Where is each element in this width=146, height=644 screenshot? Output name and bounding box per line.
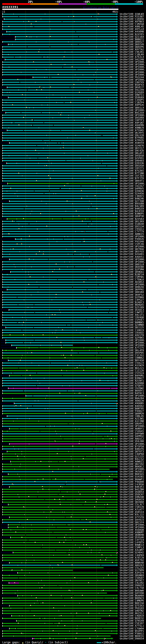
hit-bar[interactable] (2, 299, 116, 300)
hit-label[interactable]: UniRef100_Q2FBK6 (120, 296, 144, 298)
hit-row[interactable]: UniRef100_UPI000.. (0, 261, 146, 263)
hit-row[interactable]: UniRef100_C5YV24 (0, 372, 146, 374)
hit-bar[interactable] (2, 234, 116, 234)
hit-bar[interactable] (9, 375, 116, 376)
hit-bar[interactable] (2, 590, 116, 591)
hit-bar[interactable] (2, 16, 116, 17)
hit-label[interactable]: UniRef100_A4QV51 (120, 256, 144, 258)
hit-label[interactable]: UniRef100_O18640 (120, 223, 144, 225)
hit-bar[interactable] (2, 320, 116, 320)
hit-row[interactable]: UniRef100_Q2I164 (0, 36, 146, 38)
hit-bar[interactable] (2, 254, 116, 255)
hit-bar[interactable] (2, 509, 116, 510)
hit-bar[interactable] (2, 110, 116, 110)
hit-row[interactable]: UniRef100_B8AWF2 (0, 478, 146, 481)
hit-bar[interactable] (2, 140, 116, 141)
hit-bar[interactable] (2, 122, 116, 123)
hit-bar[interactable] (2, 441, 116, 442)
hit-bar[interactable] (2, 145, 116, 146)
hit-bar[interactable] (2, 557, 116, 558)
hit-bar[interactable] (2, 636, 111, 636)
hit-bar[interactable] (2, 570, 73, 571)
hit-bar[interactable] (7, 289, 116, 290)
hit-bar[interactable] (14, 403, 116, 404)
hit-bar[interactable] (2, 489, 116, 490)
hit-bar[interactable] (2, 390, 116, 391)
hit-bar[interactable] (2, 277, 116, 278)
hit-label[interactable]: UniRef100_UPI000.. (120, 74, 146, 76)
hit-row[interactable]: UniRef100_A9QQB5 (0, 402, 146, 404)
hit-bar[interactable] (2, 567, 104, 568)
hit-bar[interactable] (2, 355, 116, 356)
hit-bar[interactable] (2, 469, 110, 470)
hit-label[interactable]: UniRef100_C0Z2G7 (120, 185, 144, 187)
hit-row[interactable]: UniRef100_C1I1Z6 (0, 370, 146, 372)
hit-bar[interactable] (2, 198, 116, 199)
hit-label[interactable]: UniRef100_Q60FS2 (120, 294, 144, 296)
hit-bar[interactable] (8, 524, 116, 525)
hit-row[interactable]: UniRef100_B6AH09 (0, 594, 146, 597)
hit-bar[interactable] (9, 582, 116, 584)
hit-row[interactable]: UniRef100_A7ATJ9 (0, 556, 146, 559)
hit-label[interactable]: UniRef100_O24076 (120, 144, 144, 147)
hit-row[interactable]: UniRef100_B3L122 (0, 513, 146, 516)
hit-label[interactable]: UniRef100_C4JRS6 (120, 483, 144, 486)
hit-bar[interactable] (7, 183, 116, 184)
hit-bar[interactable] (2, 372, 116, 374)
hit-bar[interactable] (2, 84, 116, 85)
hit-row[interactable]: UniRef100_A9P926 (0, 104, 146, 106)
hit-label[interactable]: UniRef100_A9P926 (120, 104, 144, 106)
hit-bar[interactable] (33, 77, 116, 78)
hit-bar[interactable] (2, 251, 116, 252)
hit-row[interactable]: UniRef100_C0S6G5 (0, 332, 146, 334)
hit-bar[interactable] (2, 41, 116, 42)
hit-bar[interactable] (8, 504, 116, 505)
hit-label[interactable]: UniRef100_UPI000.. (120, 443, 146, 445)
hit-bar[interactable] (8, 360, 116, 361)
hit-bar[interactable] (2, 236, 116, 237)
hit-row[interactable]: UniRef100_O24076 (0, 144, 146, 147)
hit-bar[interactable] (2, 410, 116, 412)
hit-bar[interactable] (2, 57, 116, 58)
hit-row[interactable]: UniRef100_A4QV51 (0, 256, 146, 258)
hit-row[interactable]: UniRef100_A5BV59 (0, 142, 146, 144)
hit-bar[interactable] (2, 532, 116, 533)
hit-bar[interactable] (2, 370, 116, 371)
hit-bar[interactable] (2, 592, 107, 594)
hit-bar[interactable] (2, 585, 116, 586)
hit-bar[interactable] (2, 178, 116, 179)
hit-bar[interactable] (9, 605, 116, 606)
hit-bar[interactable] (2, 208, 116, 209)
hit-label[interactable]: UniRef100_A9V1T8 (120, 334, 144, 336)
hit-bar[interactable] (2, 496, 116, 497)
hit-bar[interactable] (2, 256, 116, 257)
hit-row[interactable]: UniRef100_P46800 (0, 481, 146, 483)
hit-bar[interactable] (16, 347, 116, 348)
hit-label[interactable]: UniRef100_B0EAW0 (120, 590, 144, 592)
hit-bar[interactable] (2, 302, 116, 303)
hit-label[interactable]: UniRef100_P38011 (120, 632, 144, 635)
hit-bar[interactable] (2, 287, 116, 288)
hit-bar[interactable] (11, 616, 116, 616)
hit-bar[interactable] (2, 337, 116, 338)
hit-bar[interactable] (2, 565, 116, 566)
hit-label[interactable]: UniRef100_B3L122 (120, 513, 144, 516)
hit-bar[interactable] (2, 244, 116, 245)
hit-bar[interactable] (2, 186, 116, 186)
hit-bar[interactable] (2, 138, 116, 138)
hit-label[interactable]: UniRef100_Q864T1 (120, 180, 144, 182)
hit-row[interactable]: UniRef100_Q0UP30 (0, 215, 146, 218)
hit-bar[interactable] (2, 519, 116, 520)
hit-label[interactable]: UniRef100_B8AWF2 (120, 478, 144, 481)
hit-label[interactable]: UniRef100_A9QQB5 (120, 402, 144, 404)
hit-bar[interactable] (8, 44, 116, 45)
hit-label[interactable]: UniRef100_B2VS63 (120, 218, 144, 220)
hit-bar[interactable] (2, 213, 116, 214)
hit-row[interactable]: UniRef100_A7TSL1 (0, 624, 146, 627)
hit-label[interactable]: UniRef100_C1H819 (120, 329, 144, 332)
hit-bar[interactable] (2, 547, 116, 548)
hit-bar[interactable] (2, 423, 116, 424)
hit-bar[interactable] (2, 117, 116, 118)
hit-label[interactable]: UniRef100_C4QP69 (120, 554, 144, 556)
hit-label[interactable]: UniRef100_Q86SB4 (120, 291, 144, 293)
